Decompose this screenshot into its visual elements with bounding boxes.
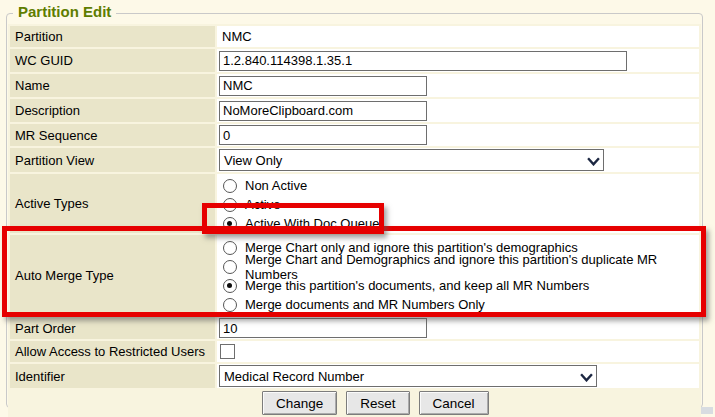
auto-merge-type-radio-group: Merge Chart only and ignore this partiti… <box>219 236 699 314</box>
table-row: ChangeResetCancel <box>10 390 699 416</box>
active-types-radio-group: Non Active Active Active With Doc Queue <box>219 174 699 233</box>
radio-option-label: Non Active <box>245 178 307 193</box>
partition-view-selected-value: View Only <box>224 153 282 168</box>
table-row: Part Order <box>10 317 699 339</box>
partition-label: Partition <box>10 26 215 47</box>
identifier-selected-value: Medical Record Number <box>224 369 364 384</box>
wc-guid-field[interactable] <box>219 51 627 71</box>
chevron-down-icon <box>580 373 593 382</box>
mr-sequence-field[interactable] <box>219 125 427 145</box>
table-row: Partition NMC <box>10 26 699 47</box>
identifier-label: Identifier <box>10 364 215 388</box>
radio-option-active-with-doc-queue[interactable]: Active With Doc Queue <box>219 214 699 233</box>
table-row: Auto Merge Type Merge Chart only and ign… <box>10 235 699 315</box>
table-row: Active Types Non Active Active Active Wi… <box>10 174 699 233</box>
page-title: Partition Edit <box>13 3 116 20</box>
mr-sequence-label: MR Sequence <box>10 124 215 146</box>
partition-view-label: Partition View <box>10 148 215 172</box>
chevron-down-icon <box>587 157 600 166</box>
table-row: Identifier Medical Record Number <box>10 364 699 388</box>
identifier-select[interactable]: Medical Record Number <box>219 365 597 387</box>
radio-icon[interactable] <box>223 179 237 193</box>
table-row: Name <box>10 74 699 97</box>
allow-access-restricted-checkbox[interactable] <box>220 344 235 359</box>
partition-edit-form: Partition NMC WC GUID Name Description M… <box>8 24 701 417</box>
table-row: WC GUID <box>10 49 699 72</box>
radio-icon[interactable] <box>223 198 237 212</box>
button-bar: ChangeResetCancel <box>10 390 699 416</box>
radio-option-label: Merge documents and MR Numbers Only <box>245 297 485 312</box>
active-types-label: Active Types <box>10 174 215 233</box>
radio-icon[interactable] <box>223 217 237 231</box>
radio-option-non-active[interactable]: Non Active <box>219 176 699 195</box>
radio-option-active[interactable]: Active <box>219 195 699 214</box>
allow-access-restricted-label: Allow Access to Restricted Users <box>10 341 215 362</box>
table-row: Description <box>10 99 699 122</box>
radio-option-label: Merge this partition's documents, and ke… <box>245 278 589 293</box>
description-label: Description <box>10 99 215 122</box>
radio-icon[interactable] <box>223 298 237 312</box>
partition-value: NMC <box>219 29 252 44</box>
radio-option-merge-documents-and-mr-numbers[interactable]: Merge documents and MR Numbers Only <box>219 295 699 314</box>
description-field[interactable] <box>219 101 427 121</box>
table-row: Allow Access to Restricted Users <box>10 341 699 362</box>
part-order-label: Part Order <box>10 317 215 339</box>
radio-option-merge-chart-and-demographics[interactable]: Merge Chart and Demographics and ignore … <box>219 257 699 276</box>
radio-option-label: Merge Chart and Demographics and ignore … <box>245 252 699 282</box>
radio-icon[interactable] <box>223 241 237 255</box>
table-row: Partition View View Only <box>10 148 699 172</box>
name-field[interactable] <box>219 76 427 96</box>
wc-guid-label: WC GUID <box>10 49 215 72</box>
auto-merge-type-label: Auto Merge Type <box>10 235 215 315</box>
name-label: Name <box>10 74 215 97</box>
radio-icon[interactable] <box>223 260 237 274</box>
radio-icon[interactable] <box>223 279 237 293</box>
radio-option-label: Active With Doc Queue <box>245 216 379 231</box>
part-order-field[interactable] <box>219 318 427 338</box>
cancel-button[interactable]: Cancel <box>419 391 489 415</box>
radio-option-label: Active <box>245 197 280 212</box>
reset-button[interactable]: Reset <box>346 391 409 415</box>
change-button[interactable]: Change <box>262 391 337 415</box>
table-row: MR Sequence <box>10 124 699 146</box>
partition-view-select[interactable]: View Only <box>219 149 604 171</box>
